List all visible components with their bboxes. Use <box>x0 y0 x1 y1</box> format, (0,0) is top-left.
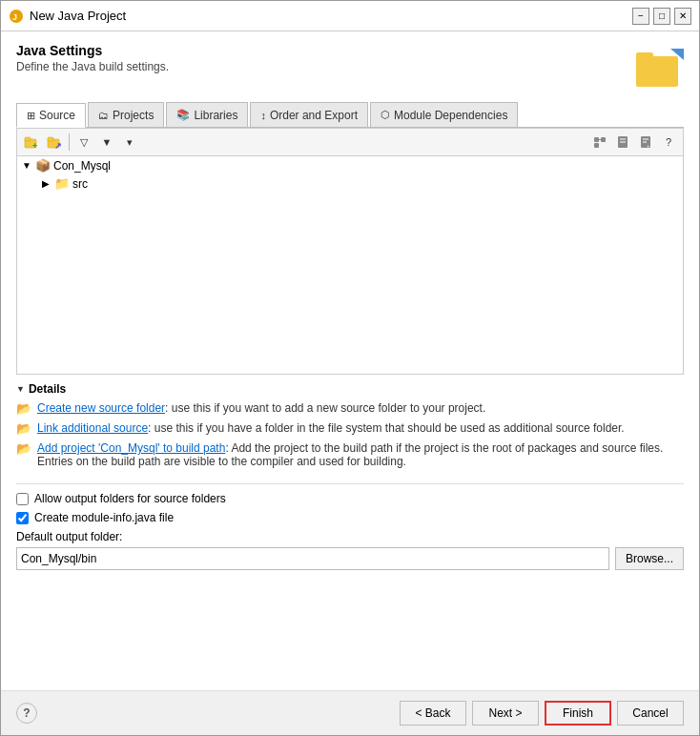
allow-output-label: Allow output folders for source folders <box>34 492 226 505</box>
details-section: ▼ Details 📂 Create new source folder: us… <box>16 382 684 474</box>
details-row-1-suffix: : use this if you want to add a new sour… <box>165 401 485 415</box>
dialog-content: Java Settings Define the Java build sett… <box>1 31 699 690</box>
details-triangle-icon: ▼ <box>16 384 25 394</box>
svg-rect-9 <box>48 137 53 141</box>
src-icon: 📁 <box>54 176 70 191</box>
details-row-1-text: Create new source folder: use this if yo… <box>37 401 485 415</box>
svg-rect-11 <box>594 137 599 142</box>
svg-rect-3 <box>636 52 653 60</box>
footer: ? < Back Next > Finish Cancel <box>1 690 699 735</box>
tab-source[interactable]: ⊞ Source <box>16 103 86 128</box>
source-tab-icon: ⊞ <box>27 110 35 122</box>
minimize-button[interactable]: − <box>632 8 649 25</box>
tree-item-con-mysql[interactable]: ▼ 📦 Con_Mysql <box>17 156 683 174</box>
tab-libraries[interactable]: 📚 Libraries <box>166 102 248 127</box>
window: J New Java Project − □ ✕ Java Settings D… <box>0 0 700 736</box>
cancel-button[interactable]: Cancel <box>617 701 684 726</box>
toolbar-link1-btn[interactable] <box>589 132 610 153</box>
window-controls: − □ ✕ <box>632 8 691 25</box>
window-title: New Java Project <box>30 9 632 23</box>
details-row-2-suffix: : use this if you have a folder in the f… <box>148 421 625 435</box>
details-row-1: 📂 Create new source folder: use this if … <box>16 401 684 416</box>
allow-output-row: Allow output folders for source folders <box>16 492 684 505</box>
tree-view[interactable]: ▼ 📦 Con_Mysql ▶ 📁 src <box>16 155 684 375</box>
details-title: Details <box>29 382 66 396</box>
details-header: ▼ Details <box>16 382 684 396</box>
create-module-checkbox[interactable] <box>16 512 29 524</box>
add-project-link[interactable]: Add project 'Con_Mysql' to build path <box>37 441 225 455</box>
help-button[interactable]: ? <box>16 703 37 724</box>
toolbar-link2-btn[interactable] <box>612 132 633 153</box>
allow-output-checkbox[interactable] <box>16 493 29 505</box>
back-button[interactable]: < Back <box>400 701 466 726</box>
add-source-folder-btn[interactable]: + <box>21 132 42 153</box>
con-mysql-label: Con_Mysql <box>53 159 111 173</box>
src-label: src <box>72 177 88 191</box>
toolbar-help-btn[interactable]: ? <box>658 132 679 153</box>
svg-rect-13 <box>594 143 599 148</box>
tab-projects[interactable]: 🗂 Projects <box>88 102 164 127</box>
svg-text:J: J <box>12 12 17 22</box>
finish-button[interactable]: Finish <box>545 701 611 726</box>
header-icon <box>634 43 684 92</box>
tabs-bar: ⊞ Source 🗂 Projects 📚 Libraries ↕ Order … <box>16 102 684 128</box>
create-src-icon: 📂 <box>16 401 31 416</box>
details-body: 📂 Create new source folder: use this if … <box>16 401 684 468</box>
options-section: Allow output folders for source folders … <box>16 483 684 570</box>
tab-order-export[interactable]: ↕ Order and Export <box>250 102 368 127</box>
details-row-2-text: Link additional source: use this if you … <box>37 421 625 435</box>
header-text: Java Settings Define the Java build sett… <box>16 43 634 73</box>
con-mysql-expand[interactable]: ▼ <box>21 160 32 172</box>
con-mysql-icon: 📦 <box>35 158 51 173</box>
toolbar-link3-btn[interactable]: + <box>635 132 656 153</box>
tree-item-src[interactable]: ▶ 📁 src <box>17 174 683 193</box>
filter-btn[interactable]: ▽ <box>73 132 94 153</box>
svg-text:+: + <box>32 141 37 150</box>
toolbar-sep1 <box>69 133 70 151</box>
order-tab-label: Order and Export <box>270 109 358 122</box>
close-button[interactable]: ✕ <box>674 8 691 25</box>
output-folder-input-row: Browse... <box>16 547 684 570</box>
svg-rect-6 <box>25 137 31 141</box>
svg-text:↗: ↗ <box>54 141 62 150</box>
src-expand[interactable]: ▶ <box>40 178 51 190</box>
window-icon: J <box>9 9 24 24</box>
dialog-title: Java Settings <box>16 43 634 58</box>
dropdown-btn[interactable]: ▾ <box>119 132 140 153</box>
link-src-link[interactable]: Link additional source <box>37 421 148 435</box>
details-row-3-text: Add project 'Con_Mysql' to build path: A… <box>37 441 684 468</box>
header-section: Java Settings Define the Java build sett… <box>16 43 684 92</box>
link-source-btn[interactable]: ↗ <box>44 132 65 153</box>
projects-tab-icon: 🗂 <box>98 110 109 121</box>
svg-rect-2 <box>636 56 678 87</box>
browse-button[interactable]: Browse... <box>615 547 684 570</box>
filter2-btn[interactable]: ▼ <box>96 132 117 153</box>
tree-toolbar: + ↗ ▽ ▼ ▾ <box>16 128 684 155</box>
details-row-2: 📂 Link additional source: use this if yo… <box>16 421 684 436</box>
next-button[interactable]: Next > <box>472 701 539 726</box>
toolbar-right: + ? <box>589 132 679 153</box>
tab-module-deps[interactable]: ⬡ Module Dependencies <box>370 102 518 127</box>
details-row-3: 📂 Add project 'Con_Mysql' to build path:… <box>16 441 684 468</box>
output-folder-input[interactable] <box>16 547 609 570</box>
libraries-tab-label: Libraries <box>194 109 237 122</box>
svg-text:+: + <box>647 143 650 149</box>
order-tab-icon: ↕ <box>260 110 266 121</box>
output-folder-label: Default output folder: <box>16 530 684 543</box>
projects-tab-label: Projects <box>113 109 154 122</box>
dialog-subtitle: Define the Java build settings. <box>16 60 634 73</box>
module-tab-icon: ⬡ <box>381 109 390 121</box>
create-src-link[interactable]: Create new source folder <box>37 401 165 415</box>
create-module-row: Create module-info.java file <box>16 511 684 524</box>
output-folder-section: Default output folder: Browse... <box>16 530 684 570</box>
create-module-label: Create module-info.java file <box>34 511 174 524</box>
maximize-button[interactable]: □ <box>653 8 670 25</box>
svg-rect-12 <box>601 137 606 142</box>
link-src-icon: 📂 <box>16 421 31 436</box>
title-bar: J New Java Project − □ ✕ <box>1 1 699 31</box>
module-tab-label: Module Dependencies <box>394 109 507 122</box>
add-project-icon: 📂 <box>16 441 31 456</box>
source-tab-label: Source <box>39 109 75 122</box>
libraries-tab-icon: 📚 <box>176 109 190 121</box>
